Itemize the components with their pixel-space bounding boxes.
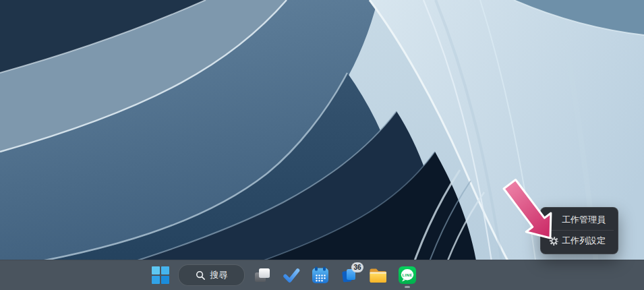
menu-separator [545,230,614,231]
menu-item-task-manager[interactable]: 工作管理員 [544,210,615,229]
line-app-icon: LINE [399,266,416,284]
search-label: 搜尋 [210,269,228,281]
menu-item-label: 工作管理員 [562,214,606,226]
checkmark-icon [283,266,300,284]
taskbar-context-menu: 工作管理員 工作列設定 [540,207,618,254]
search-icon [196,270,206,281]
notification-badge: 36 [351,262,363,272]
running-app-indicator [405,286,410,288]
calendar-icon [312,266,329,284]
calendar-app-button[interactable] [307,262,334,289]
menu-item-taskbar-settings[interactable]: 工作列設定 [544,231,615,250]
start-button[interactable] [147,262,174,289]
line-app-button[interactable]: LINE [394,262,421,289]
file-explorer-button[interactable] [365,262,392,289]
taskbar: 搜尋 [0,260,644,290]
gear-icon [544,236,562,246]
folder-icon [369,267,388,284]
line-logo-text: LINE [403,273,413,277]
messaging-app-button[interactable]: 36 [336,262,363,289]
search-box[interactable]: 搜尋 [178,264,245,286]
todo-app-button[interactable] [278,262,305,289]
task-view-icon [254,266,271,284]
windows-logo-icon [152,266,169,284]
task-view-button[interactable] [249,262,276,289]
menu-item-label: 工作列設定 [562,235,606,247]
